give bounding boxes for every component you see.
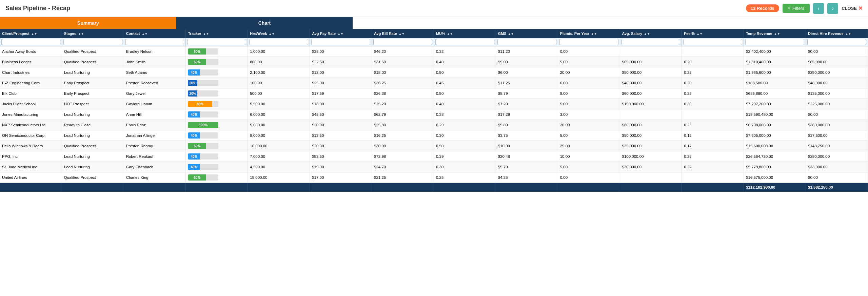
table-row[interactable]: United Airlines Qualified Prospect Charl…	[0, 172, 868, 183]
tracker-fill: 60%	[188, 59, 206, 65]
cell-temp-revenue: $16,575,000.00	[744, 172, 806, 183]
header-bar: Sales Pipeline - Recap 13 Records ▿ Filt…	[0, 0, 868, 17]
cell-temp-revenue: $2,402,400.00	[744, 46, 806, 57]
filter-mu[interactable]	[435, 39, 494, 45]
filter-avg-salary[interactable]	[622, 39, 680, 45]
cell-avg-salary	[620, 172, 682, 183]
col-avg-bill-rate[interactable]: Avg Bill Rate ▲▼	[372, 29, 434, 38]
table-row[interactable]: Chart Industries Lead Nurturing Seth Ada…	[0, 67, 868, 78]
table-row[interactable]: Jacks Flight School HOT Prospect Gaylord…	[0, 99, 868, 109]
col-hrs-week[interactable]: Hrs/Week ▲▼	[248, 29, 310, 38]
tracker-bar: 60%	[188, 143, 218, 149]
filter-icon: ▿	[788, 6, 790, 11]
cell-mu: 0.45	[434, 78, 496, 88]
tab-summary[interactable]: Summary	[0, 17, 176, 29]
footer-plcmts	[558, 183, 620, 192]
close-button[interactable]: CLOSE ✕	[842, 5, 863, 12]
col-temp-revenue[interactable]: Temp Revenue ▲▼	[744, 29, 806, 38]
table-row[interactable]: Business Ledger Qualified Prospect John …	[0, 57, 868, 67]
cell-dh-revenue: $225,000.00	[806, 99, 868, 109]
filter-client[interactable]	[1, 39, 60, 45]
tracker-fill: 60%	[188, 174, 206, 181]
cell-contact: Bradley Nelson	[124, 46, 186, 57]
tracker-fill: 20%	[188, 80, 197, 86]
cell-client: Chart Industries	[0, 67, 62, 78]
cell-contact: Erwin Prinz	[124, 120, 186, 130]
filter-avg-pay-rate[interactable]	[311, 39, 370, 45]
filter-plcmts[interactable]	[559, 39, 618, 45]
footer-temp-revenue: $112,182,980.00	[744, 183, 806, 192]
cell-stages: Qualified Prospect	[62, 57, 124, 67]
col-fee-pct[interactable]: Fee % ▲▼	[682, 29, 744, 38]
cell-plcmts: 5.00	[558, 57, 620, 67]
table-row[interactable]: PPG, Inc Lead Nurturing Robert Reukauf 4…	[0, 151, 868, 162]
cell-contact: John Smith	[124, 57, 186, 67]
col-mu[interactable]: MU% ▲▼	[434, 29, 496, 38]
filter-stages[interactable]	[63, 39, 122, 45]
cell-mu: 0.50	[434, 67, 496, 78]
filters-button[interactable]: ▿ Filters	[783, 4, 810, 13]
filter-hrs-week[interactable]	[249, 39, 308, 45]
cell-plcmts: 3.00	[558, 109, 620, 120]
table-row[interactable]: St. Jude Medical Inc Lead Nurturing Gary…	[0, 162, 868, 172]
cell-stages: Qualified Prospect	[62, 46, 124, 57]
cell-stages: Early Prospect	[62, 88, 124, 99]
filter-temp-revenue[interactable]	[745, 39, 804, 45]
filter-contact[interactable]	[125, 39, 184, 45]
filter-tracker[interactable]	[187, 39, 246, 45]
cell-plcmts: 25.00	[558, 141, 620, 151]
cell-hrs-week: 10,000.00	[248, 141, 310, 151]
cell-contact: Preston Roosevelt	[124, 78, 186, 88]
table-row[interactable]: Elk Club Early Prospect Gary Jewel 20% 5…	[0, 88, 868, 99]
next-button[interactable]: ›	[827, 3, 838, 14]
col-avg-salary[interactable]: Avg. Salary ▲▼	[620, 29, 682, 38]
cell-client: PPG, Inc	[0, 151, 62, 162]
filter-dh-revenue[interactable]	[807, 39, 866, 45]
cell-mu: 0.40	[434, 99, 496, 109]
cell-tracker: 60%	[186, 172, 248, 183]
cell-hrs-week: 100.00	[248, 78, 310, 88]
cell-tracker: 80%	[186, 99, 248, 109]
prev-button[interactable]: ‹	[813, 3, 824, 14]
col-tracker[interactable]: Tracker ▲▼	[186, 29, 248, 38]
col-contact[interactable]: Contact ▲▼	[124, 29, 186, 38]
cell-avg-salary: $35,000.00	[620, 141, 682, 151]
col-stages[interactable]: Stages ▲▼	[62, 29, 124, 38]
cell-plcmts: 20.00	[558, 120, 620, 130]
tracker-bar: 60%	[188, 59, 218, 65]
filter-fee-pct[interactable]	[683, 39, 742, 45]
tracker-bar: 40%	[188, 111, 218, 118]
cell-avg-pay-rate: $17.59	[310, 88, 372, 99]
cell-avg-salary	[620, 109, 682, 120]
col-dh-revenue[interactable]: Direct Hire Revenue ▲▼	[806, 29, 868, 38]
tracker-fill: 40%	[188, 164, 200, 170]
cell-contact: Anne Hill	[124, 109, 186, 120]
table-row[interactable]: NXP Semiconductors Ltd Ready to Close Er…	[0, 120, 868, 130]
cell-avg-pay-rate: $12.50	[310, 130, 372, 141]
cell-tracker: 60%	[186, 57, 248, 67]
table-row[interactable]: Pella Windows & Doors Qualified Prospect…	[0, 141, 868, 151]
tab-chart[interactable]: Chart	[176, 17, 353, 29]
table-row[interactable]: Jones Manufacturing Lead Nurturing Anne …	[0, 109, 868, 120]
cell-client: Jones Manufacturing	[0, 109, 62, 120]
filter-gm[interactable]	[497, 39, 556, 45]
tracker-fill: 60%	[188, 48, 206, 55]
filter-avg-bill-rate[interactable]	[373, 39, 432, 45]
cell-mu: 0.50	[434, 141, 496, 151]
footer-tracker	[186, 183, 248, 192]
col-gm[interactable]: GM$ ▲▼	[496, 29, 558, 38]
cell-avg-salary: $65,000.00	[620, 57, 682, 67]
table-row[interactable]: E-Z Engineering Corp Early Prospect Pres…	[0, 78, 868, 88]
col-client[interactable]: Client/Prospect ▲▼	[0, 29, 62, 38]
table-row[interactable]: Anchor Away Boats Qualified Prospect Bra…	[0, 46, 868, 57]
col-plcmts[interactable]: Plcmts. Per Year ▲▼	[558, 29, 620, 38]
cell-avg-pay-rate: $20.00	[310, 141, 372, 151]
cell-hrs-week: 800.00	[248, 57, 310, 67]
cell-avg-salary: $100,000.00	[620, 151, 682, 162]
col-avg-pay-rate[interactable]: Avg Pay Rate ▲▼	[310, 29, 372, 38]
cell-client: E-Z Engineering Corp	[0, 78, 62, 88]
tracker-fill: 40%	[188, 69, 200, 76]
cell-stages: Qualified Prospect	[62, 141, 124, 151]
cell-contact: Jonathan Allinger	[124, 130, 186, 141]
table-row[interactable]: ON Semiconductor Corp. Lead Nurturing Jo…	[0, 130, 868, 141]
